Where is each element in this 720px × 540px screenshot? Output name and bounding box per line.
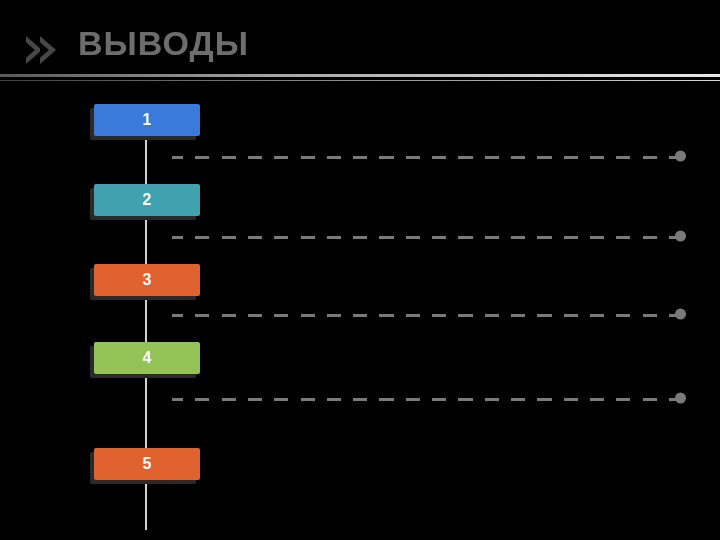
number-block: 1: [94, 104, 200, 136]
number-block: 4: [94, 342, 200, 374]
number-block: 3: [94, 264, 200, 296]
connector-line: [172, 236, 676, 239]
connector-dot-icon: [675, 151, 686, 162]
number-block: 2: [94, 184, 200, 216]
header-rule-thick: [0, 74, 720, 77]
connector-dot-icon: [675, 309, 686, 320]
connector-line: [172, 156, 676, 159]
connector-dot-icon: [675, 231, 686, 242]
connector-dot-icon: [675, 393, 686, 404]
connector-line: [172, 314, 676, 317]
list-item: 3: [0, 264, 720, 312]
connector-line: [172, 398, 676, 401]
slide-content: 1 2 3 4 5: [0, 94, 720, 540]
list-item: 4: [0, 342, 720, 390]
list-item: 1: [0, 104, 720, 152]
number-block: 5: [94, 448, 200, 480]
number-label: 5: [143, 455, 152, 473]
slide-title: ВЫВОДЫ: [78, 24, 249, 63]
number-label: 1: [143, 111, 152, 129]
header-rule-thin: [0, 80, 720, 81]
list-item: 2: [0, 184, 720, 232]
slide-header: ВЫВОДЫ: [0, 30, 720, 82]
slide: ВЫВОДЫ 1 2 3: [0, 0, 720, 540]
number-label: 2: [143, 191, 152, 209]
number-label: 3: [143, 271, 152, 289]
list-item: 5: [0, 448, 720, 496]
number-label: 4: [143, 349, 152, 367]
